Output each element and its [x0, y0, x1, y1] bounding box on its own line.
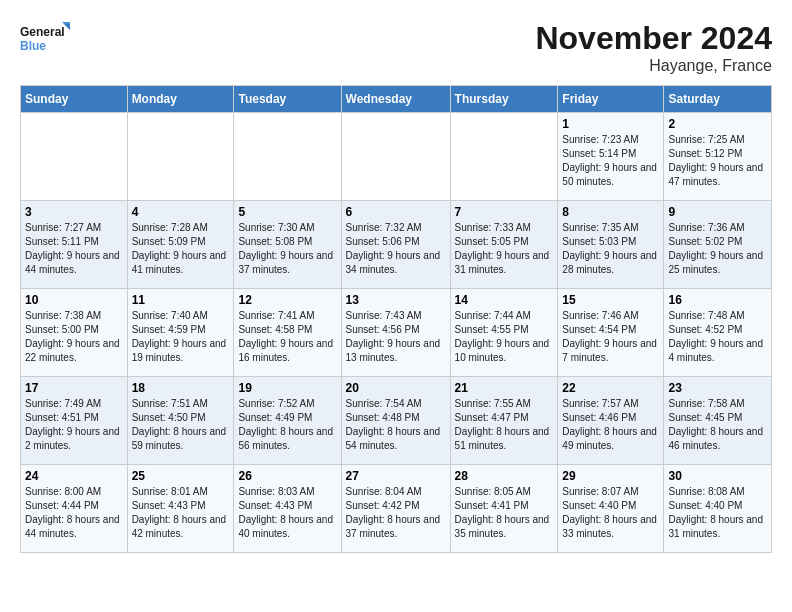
day-number: 10: [25, 293, 123, 307]
table-row: 6 Sunrise: 7:32 AMSunset: 5:06 PMDayligh…: [341, 201, 450, 289]
day-number: 17: [25, 381, 123, 395]
table-row: 24 Sunrise: 8:00 AMSunset: 4:44 PMDaylig…: [21, 465, 128, 553]
day-number: 20: [346, 381, 446, 395]
table-row: 26 Sunrise: 8:03 AMSunset: 4:43 PMDaylig…: [234, 465, 341, 553]
day-info: Sunrise: 7:49 AMSunset: 4:51 PMDaylight:…: [25, 397, 123, 453]
calendar-header: Sunday Monday Tuesday Wednesday Thursday…: [21, 86, 772, 113]
header-sunday: Sunday: [21, 86, 128, 113]
day-number: 9: [668, 205, 767, 219]
table-row: 15 Sunrise: 7:46 AMSunset: 4:54 PMDaylig…: [558, 289, 664, 377]
location-title: Hayange, France: [535, 57, 772, 75]
table-row: 12 Sunrise: 7:41 AMSunset: 4:58 PMDaylig…: [234, 289, 341, 377]
day-info: Sunrise: 7:52 AMSunset: 4:49 PMDaylight:…: [238, 397, 336, 453]
table-row: 19 Sunrise: 7:52 AMSunset: 4:49 PMDaylig…: [234, 377, 341, 465]
day-number: 18: [132, 381, 230, 395]
day-info: Sunrise: 7:55 AMSunset: 4:47 PMDaylight:…: [455, 397, 554, 453]
day-number: 8: [562, 205, 659, 219]
day-info: Sunrise: 7:48 AMSunset: 4:52 PMDaylight:…: [668, 309, 767, 365]
day-info: Sunrise: 7:32 AMSunset: 5:06 PMDaylight:…: [346, 221, 446, 277]
day-info: Sunrise: 8:00 AMSunset: 4:44 PMDaylight:…: [25, 485, 123, 541]
day-info: Sunrise: 7:43 AMSunset: 4:56 PMDaylight:…: [346, 309, 446, 365]
table-row: 22 Sunrise: 7:57 AMSunset: 4:46 PMDaylig…: [558, 377, 664, 465]
logo-svg: General Blue: [20, 20, 70, 60]
table-row: 4 Sunrise: 7:28 AMSunset: 5:09 PMDayligh…: [127, 201, 234, 289]
day-info: Sunrise: 7:57 AMSunset: 4:46 PMDaylight:…: [562, 397, 659, 453]
day-number: 14: [455, 293, 554, 307]
day-number: 7: [455, 205, 554, 219]
day-number: 3: [25, 205, 123, 219]
day-number: 21: [455, 381, 554, 395]
page-header: General Blue November 2024 Hayange, Fran…: [20, 20, 772, 75]
table-row: 28 Sunrise: 8:05 AMSunset: 4:41 PMDaylig…: [450, 465, 558, 553]
svg-text:General: General: [20, 25, 65, 39]
day-number: 1: [562, 117, 659, 131]
day-number: 19: [238, 381, 336, 395]
day-info: Sunrise: 8:05 AMSunset: 4:41 PMDaylight:…: [455, 485, 554, 541]
day-info: Sunrise: 7:58 AMSunset: 4:45 PMDaylight:…: [668, 397, 767, 453]
day-number: 16: [668, 293, 767, 307]
header-friday: Friday: [558, 86, 664, 113]
table-row: 25 Sunrise: 8:01 AMSunset: 4:43 PMDaylig…: [127, 465, 234, 553]
day-number: 6: [346, 205, 446, 219]
header-tuesday: Tuesday: [234, 86, 341, 113]
day-info: Sunrise: 7:28 AMSunset: 5:09 PMDaylight:…: [132, 221, 230, 277]
table-row: 29 Sunrise: 8:07 AMSunset: 4:40 PMDaylig…: [558, 465, 664, 553]
table-row: 17 Sunrise: 7:49 AMSunset: 4:51 PMDaylig…: [21, 377, 128, 465]
day-info: Sunrise: 7:23 AMSunset: 5:14 PMDaylight:…: [562, 133, 659, 189]
table-row: 23 Sunrise: 7:58 AMSunset: 4:45 PMDaylig…: [664, 377, 772, 465]
table-row: [234, 113, 341, 201]
day-info: Sunrise: 7:27 AMSunset: 5:11 PMDaylight:…: [25, 221, 123, 277]
day-number: 26: [238, 469, 336, 483]
day-info: Sunrise: 7:46 AMSunset: 4:54 PMDaylight:…: [562, 309, 659, 365]
table-row: 13 Sunrise: 7:43 AMSunset: 4:56 PMDaylig…: [341, 289, 450, 377]
table-row: 16 Sunrise: 7:48 AMSunset: 4:52 PMDaylig…: [664, 289, 772, 377]
table-row: 18 Sunrise: 7:51 AMSunset: 4:50 PMDaylig…: [127, 377, 234, 465]
day-number: 27: [346, 469, 446, 483]
svg-text:Blue: Blue: [20, 39, 46, 53]
day-number: 30: [668, 469, 767, 483]
day-info: Sunrise: 7:54 AMSunset: 4:48 PMDaylight:…: [346, 397, 446, 453]
day-info: Sunrise: 7:33 AMSunset: 5:05 PMDaylight:…: [455, 221, 554, 277]
day-info: Sunrise: 7:51 AMSunset: 4:50 PMDaylight:…: [132, 397, 230, 453]
day-info: Sunrise: 8:04 AMSunset: 4:42 PMDaylight:…: [346, 485, 446, 541]
header-thursday: Thursday: [450, 86, 558, 113]
day-number: 22: [562, 381, 659, 395]
table-row: 2 Sunrise: 7:25 AMSunset: 5:12 PMDayligh…: [664, 113, 772, 201]
header-wednesday: Wednesday: [341, 86, 450, 113]
day-number: 5: [238, 205, 336, 219]
table-row: [21, 113, 128, 201]
table-row: [127, 113, 234, 201]
header-monday: Monday: [127, 86, 234, 113]
table-row: 11 Sunrise: 7:40 AMSunset: 4:59 PMDaylig…: [127, 289, 234, 377]
svg-marker-3: [64, 24, 70, 30]
calendar-body: 1 Sunrise: 7:23 AMSunset: 5:14 PMDayligh…: [21, 113, 772, 553]
table-row: [341, 113, 450, 201]
day-info: Sunrise: 7:25 AMSunset: 5:12 PMDaylight:…: [668, 133, 767, 189]
day-info: Sunrise: 7:36 AMSunset: 5:02 PMDaylight:…: [668, 221, 767, 277]
day-info: Sunrise: 7:40 AMSunset: 4:59 PMDaylight:…: [132, 309, 230, 365]
table-row: 5 Sunrise: 7:30 AMSunset: 5:08 PMDayligh…: [234, 201, 341, 289]
day-number: 24: [25, 469, 123, 483]
day-number: 13: [346, 293, 446, 307]
day-number: 4: [132, 205, 230, 219]
day-number: 12: [238, 293, 336, 307]
day-number: 28: [455, 469, 554, 483]
table-row: 1 Sunrise: 7:23 AMSunset: 5:14 PMDayligh…: [558, 113, 664, 201]
day-info: Sunrise: 7:41 AMSunset: 4:58 PMDaylight:…: [238, 309, 336, 365]
table-row: [450, 113, 558, 201]
table-row: 14 Sunrise: 7:44 AMSunset: 4:55 PMDaylig…: [450, 289, 558, 377]
month-title: November 2024: [535, 20, 772, 57]
table-row: 27 Sunrise: 8:04 AMSunset: 4:42 PMDaylig…: [341, 465, 450, 553]
table-row: 30 Sunrise: 8:08 AMSunset: 4:40 PMDaylig…: [664, 465, 772, 553]
day-info: Sunrise: 7:38 AMSunset: 5:00 PMDaylight:…: [25, 309, 123, 365]
day-info: Sunrise: 8:08 AMSunset: 4:40 PMDaylight:…: [668, 485, 767, 541]
table-row: 20 Sunrise: 7:54 AMSunset: 4:48 PMDaylig…: [341, 377, 450, 465]
day-info: Sunrise: 7:44 AMSunset: 4:55 PMDaylight:…: [455, 309, 554, 365]
table-row: 21 Sunrise: 7:55 AMSunset: 4:47 PMDaylig…: [450, 377, 558, 465]
table-row: 8 Sunrise: 7:35 AMSunset: 5:03 PMDayligh…: [558, 201, 664, 289]
day-info: Sunrise: 8:07 AMSunset: 4:40 PMDaylight:…: [562, 485, 659, 541]
table-row: 7 Sunrise: 7:33 AMSunset: 5:05 PMDayligh…: [450, 201, 558, 289]
table-row: 9 Sunrise: 7:36 AMSunset: 5:02 PMDayligh…: [664, 201, 772, 289]
day-info: Sunrise: 7:30 AMSunset: 5:08 PMDaylight:…: [238, 221, 336, 277]
day-number: 11: [132, 293, 230, 307]
